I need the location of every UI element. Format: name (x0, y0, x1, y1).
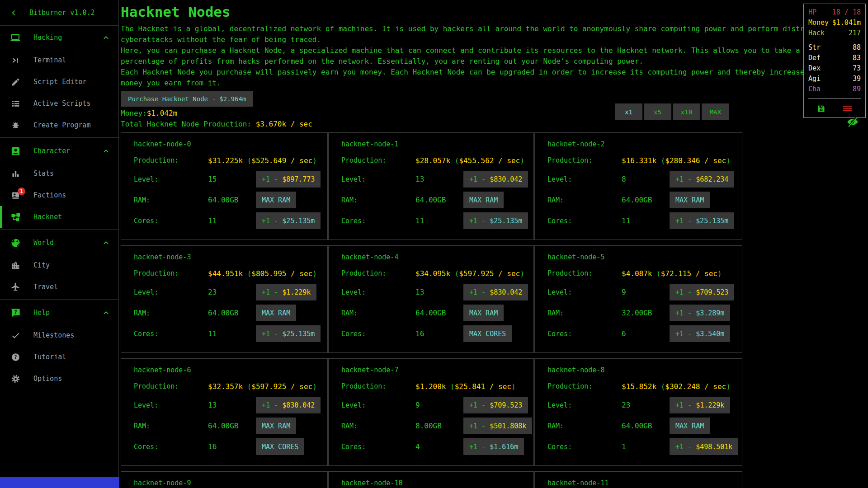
hacknet-node-card: hacknet-node-4Production:$34.095k ($597.… (328, 245, 534, 353)
hacknet-node-card: hacknet-node-5Production:$4.087k ($72.11… (534, 245, 742, 353)
production-value: $44.951k ($805.995 / sec) (208, 269, 317, 278)
multiplier-max-button[interactable]: MAX (702, 103, 729, 120)
sidebar-section-help[interactable]: ?Help (0, 301, 118, 324)
cores-label: Cores: (134, 330, 208, 338)
total-production-label: Total Hacknet Node Production: (121, 120, 256, 128)
upgrade-cores-button[interactable]: +1 -$25.135m (256, 212, 321, 229)
upgrade-level-button[interactable]: +1 -$709.523 (463, 397, 528, 413)
sidebar-item-travel[interactable]: Travel (0, 276, 118, 298)
max-ram-button[interactable]: MAX RAM (463, 305, 504, 321)
sidebar-item-active-scripts[interactable]: Active Scripts (0, 93, 118, 114)
upgrade-level-button[interactable]: +1 -$830.042 (463, 284, 528, 300)
save-icon[interactable] (816, 104, 826, 113)
upgrade-level-button[interactable]: +1 -$709.523 (670, 284, 734, 300)
eye-off-icon[interactable] (846, 116, 859, 128)
multiplier-x10-button[interactable]: x10 (673, 103, 700, 120)
upgrade-cores-button[interactable]: +1 -$498.501k (670, 438, 738, 455)
sidebar-item-options[interactable]: Options (0, 368, 118, 389)
node-name: hacknet-node-7 (341, 366, 521, 374)
upgrade-ram-button[interactable]: +1 -$3.289m (670, 305, 730, 321)
max-ram-button[interactable]: MAX RAM (463, 192, 504, 208)
upgrade-cores-button[interactable]: +1 -$1.616m (463, 438, 524, 455)
sidebar-item-hacknet[interactable]: Hacknet (0, 206, 118, 228)
page-title: Hacknet Nodes (121, 4, 868, 20)
max-cores-button[interactable]: MAX CORES (463, 325, 512, 342)
max-ram-button[interactable]: MAX RAM (256, 305, 296, 321)
sidebar-item-city[interactable]: City (0, 254, 118, 276)
ram-value: 64.00GB (622, 196, 670, 204)
hacknet-node-card: hacknet-node-8Production:$15.852k ($302.… (534, 358, 742, 466)
max-ram-button[interactable]: MAX RAM (670, 418, 710, 434)
cores-label: Cores: (134, 217, 208, 225)
upgrade-cores-button[interactable]: +1 -$25.135m (463, 212, 528, 229)
sidebar-item-factions[interactable]: 1Factions (0, 184, 118, 206)
upgrade-cores-button[interactable]: +1 -$25.135m (670, 212, 734, 229)
sidebar-item-stats[interactable]: Stats (0, 163, 118, 184)
purchase-hacknet-node-button[interactable]: Purchase Hacknet Node - $2.964m (121, 91, 253, 107)
cores-value: 11 (208, 329, 256, 338)
sidebar-divider (0, 137, 118, 138)
upgrade-level-button[interactable]: +1 -$830.042 (463, 171, 528, 188)
ram-label: RAM: (341, 309, 415, 317)
max-ram-button[interactable]: MAX RAM (670, 192, 710, 208)
sidebar-item-script-editor[interactable]: Script Editor (0, 71, 118, 93)
description-paragraph: The Hacknet is a global, decentralized n… (121, 23, 845, 45)
sidebar-item-tutorial[interactable]: ?Tutorial (0, 346, 118, 368)
sidebar-header: Bitburner v1.0.2 (0, 0, 118, 26)
level-label: Level: (341, 288, 415, 296)
sidebar-section-world[interactable]: World (0, 231, 118, 254)
gear-icon (11, 374, 20, 384)
upgrade-cores-button[interactable]: +1 -$25.135m (256, 325, 321, 342)
upgrade-cores-button[interactable]: +1 -$3.540m (670, 325, 730, 342)
overview-row-cha: Cha89 (808, 84, 861, 94)
upgrade-level-button[interactable]: +1 -$897.773 (256, 171, 321, 188)
upgrade-level-button[interactable]: +1 -$830.042 (256, 397, 321, 413)
stat-value: 83 (853, 54, 861, 62)
max-cores-button[interactable]: MAX CORES (256, 438, 304, 455)
upgrade-level-button[interactable]: +1 -$1.229k (256, 284, 316, 300)
upgrade-level-button[interactable]: +1 -$682.234 (670, 171, 734, 188)
level-value: 13 (415, 175, 463, 183)
overview-divider (808, 98, 861, 99)
multiplier-x1-button[interactable]: x1 (615, 103, 642, 120)
production-label: Production: (134, 269, 208, 277)
person-icon (10, 146, 21, 156)
city-icon (11, 261, 20, 270)
level-value: 9 (622, 288, 670, 296)
upgrade-level-button[interactable]: +1 -$1.229k (670, 397, 730, 413)
cores-value: 16 (208, 442, 256, 451)
ram-label: RAM: (547, 309, 622, 317)
sidebar-section-label: World (33, 239, 54, 247)
kill-scripts-icon[interactable] (842, 103, 853, 114)
svg-text:?: ? (14, 309, 17, 315)
player-money-line: Money:$1.042m (121, 109, 868, 117)
notification-badge: 1 (18, 188, 25, 195)
level-value: 13 (415, 288, 463, 296)
overview-row-str: Str88 (808, 42, 861, 52)
hacknet-description: The Hacknet is a global, decentralized n… (121, 23, 845, 89)
sidebar-item-create-program[interactable]: Create Program (0, 114, 118, 136)
level-label: Level: (134, 175, 208, 183)
max-ram-button[interactable]: MAX RAM (256, 418, 296, 434)
sidebar-section-character[interactable]: Character (0, 139, 118, 163)
bottom-highlight-bar (0, 477, 119, 488)
sidebar-item-label: Tutorial (33, 353, 66, 361)
node-name: hacknet-node-0 (134, 140, 315, 148)
sidebar-item-milestones[interactable]: Milestones (0, 324, 118, 346)
production-label: Production: (547, 156, 622, 164)
cores-label: Cores: (134, 443, 208, 451)
sidebar-section-hacking[interactable]: Hacking (0, 26, 118, 49)
multiplier-x5-button[interactable]: x5 (644, 103, 671, 120)
stat-value: 88 (853, 43, 861, 52)
sidebar-item-terminal[interactable]: Terminal (0, 49, 118, 71)
chevron-left-icon (10, 9, 18, 17)
collapse-sidebar-button[interactable] (10, 9, 18, 17)
sidebar-item-label: Stats (33, 169, 54, 178)
purchase-multiplier-bar: x1x5x10MAX (615, 103, 729, 120)
upgrade-ram-button[interactable]: +1 -$501.808k (463, 418, 532, 434)
node-name: hacknet-node-9 (134, 479, 315, 487)
stat-label: HP (808, 8, 816, 16)
sidebar-item-label: Hacknet (33, 213, 62, 221)
overview-row-agi: Agi39 (808, 73, 861, 84)
max-ram-button[interactable]: MAX RAM (256, 192, 296, 208)
